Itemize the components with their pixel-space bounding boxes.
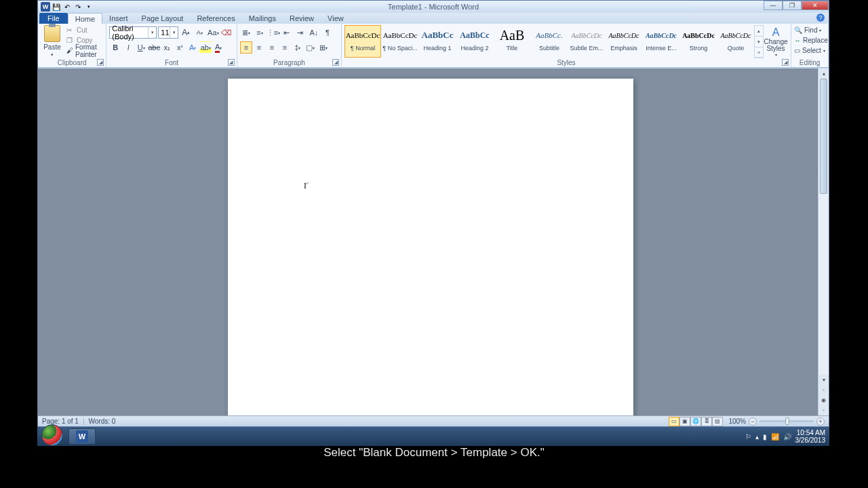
tray-clock[interactable]: 10:54 AM 3/26/2013 [795,429,826,444]
bullets-button[interactable]: ≣▾ [240,26,252,39]
view-draft[interactable]: ▤ [712,417,723,426]
replace-icon: ↔ [794,37,801,44]
zoom-in-button[interactable]: + [816,418,825,426]
tab-mailings[interactable]: Mailings [242,13,283,24]
find-button[interactable]: 🔍Find▾ [794,25,825,35]
style-item[interactable]: AaBbCcDc¶ No Spaci... [382,25,418,58]
style-item[interactable]: AaBbCcHeading 2 [456,25,493,58]
qat-save-icon[interactable]: 💾 [52,2,61,12]
align-center-button[interactable]: ≡ [253,41,265,54]
tab-insert[interactable]: Insert [102,13,135,24]
tray-network-icon[interactable]: 📶 [771,433,779,441]
style-item[interactable]: AaBbCcDcStrong [680,25,717,58]
highlight-button[interactable]: ab▾ [199,41,212,54]
tray-flag-icon[interactable]: ⚐ [745,433,751,441]
multilevel-button[interactable]: ⋮≡▾ [267,26,279,39]
help-icon[interactable]: ? [816,14,825,22]
style-item[interactable]: AaBbCc.Subtitle [531,25,568,58]
taskbar-word[interactable]: W [68,428,96,445]
close-button[interactable]: ✕ [802,1,829,10]
bold-button[interactable]: B [109,41,121,54]
strikethrough-button[interactable]: abc [148,41,160,54]
styles-dialog-launcher[interactable]: ◢ [782,59,789,66]
view-outline[interactable]: ≣ [701,417,712,426]
format-painter-button[interactable]: 🖌Format Painter [66,45,103,56]
scroll-up-icon[interactable]: ▴ [818,68,829,79]
qat-undo-icon[interactable]: ↶ [62,2,72,12]
clipboard-dialog-launcher[interactable]: ◢ [97,59,104,66]
view-web[interactable]: 🌐 [690,417,701,426]
page-status[interactable]: Page: 1 of 1 [42,418,79,425]
qat-redo-icon[interactable]: ↷ [73,2,83,12]
title-bar: W 💾 ↶ ↷ ▾ Template1 - Microsoft Word — ❐… [38,1,829,13]
underline-button[interactable]: U▾ [135,41,147,54]
scroll-thumb[interactable] [820,79,827,194]
cut-button[interactable]: ✂Cut [66,25,103,35]
grow-font-button[interactable]: A▴ [180,26,192,39]
scissors-icon: ✂ [66,26,75,35]
zoom-level[interactable]: 100% [728,418,746,425]
font-size-combo[interactable]: 11▾ [158,26,178,39]
prev-page-icon[interactable]: ◦ [818,385,829,395]
view-full-screen[interactable]: ▣ [679,417,690,426]
tab-review[interactable]: Review [283,13,321,24]
increase-indent-button[interactable]: ⇥ [294,26,307,39]
decrease-indent-button[interactable]: ⇤ [281,26,293,39]
styles-gallery[interactable]: AaBbCcDc¶ NormalAaBbCcDc¶ No Spaci...AaB… [344,25,754,58]
vertical-scrollbar[interactable]: ▴ ▾ ◦ ◉ ◦ [818,68,829,415]
style-item[interactable]: AaBbCcDcIntense E... [643,25,679,58]
tab-home[interactable]: Home [68,13,102,24]
style-item[interactable]: AaBbCcDc¶ Normal [344,25,381,58]
replace-button[interactable]: ↔Replace [794,35,825,45]
view-print-layout[interactable]: ▭ [669,417,679,426]
tab-view[interactable]: View [321,13,351,24]
line-spacing-button[interactable]: ‡▾ [292,41,304,54]
group-clipboard: Paste ▾ ✂Cut ❐Copy 🖌Format Painter Clipb… [38,24,106,67]
tab-file[interactable]: File [39,13,68,24]
scroll-down-icon[interactable]: ▾ [818,375,829,385]
borders-button[interactable]: ⊞▾ [317,41,330,54]
style-item[interactable]: AaBbCcDcEmphasis [606,25,642,58]
select-button[interactable]: ▭Select▾ [794,45,825,56]
style-item[interactable]: AaBbCcHeading 1 [419,25,456,58]
minimize-button[interactable]: — [764,1,783,10]
word-icon: W [41,2,50,12]
font-dialog-launcher[interactable]: ◢ [228,59,235,66]
font-color-button[interactable]: A▾ [212,41,224,54]
align-left-button[interactable]: ≡ [240,41,252,54]
style-item[interactable]: AaBTitle [494,25,530,58]
styles-gallery-more[interactable]: ▴▾≡ [754,25,764,58]
subscript-button[interactable]: x₂ [161,41,173,54]
tray-volume-icon[interactable]: 🔊 [783,433,791,441]
numbering-button[interactable]: ≡▾ [254,26,266,39]
qat-customize-icon[interactable]: ▾ [84,2,94,12]
shrink-font-button[interactable]: A▾ [193,26,205,39]
align-right-button[interactable]: ≡ [266,41,278,54]
tray-battery-icon[interactable]: ▮ [763,433,767,441]
tray-up-icon[interactable]: ▴ [755,433,759,441]
clear-formatting-button[interactable]: ⌫ [220,26,233,39]
text-effects-button[interactable]: A▾ [186,41,199,54]
tab-references[interactable]: References [190,13,241,24]
font-name-combo[interactable]: Calibri (Body)▾ [109,26,157,39]
word-count[interactable]: Words: 0 [89,418,116,425]
style-item[interactable]: AaBbCcDcQuote [717,25,754,58]
sort-button[interactable]: A↓ [308,26,320,39]
document-page[interactable]: I▫ [228,79,633,415]
style-item[interactable]: AaBbCcDcSubtle Em... [568,25,605,58]
next-page-icon[interactable]: ◦ [818,405,829,415]
paragraph-dialog-launcher[interactable]: ◢ [332,59,339,66]
browse-object-icon[interactable]: ◉ [818,395,829,405]
change-case-button[interactable]: Aa▾ [207,26,219,39]
paste-button[interactable]: Paste ▾ [41,25,64,58]
shading-button[interactable]: ▢▾ [304,41,317,54]
zoom-out-button[interactable]: − [749,418,757,426]
superscript-button[interactable]: x² [174,41,186,54]
zoom-slider[interactable] [760,420,814,422]
maximize-button[interactable]: ❐ [783,1,802,10]
show-marks-button[interactable]: ¶ [321,26,334,39]
start-button[interactable] [41,424,63,446]
justify-button[interactable]: ≡ [279,41,291,54]
tab-page-layout[interactable]: Page Layout [135,13,191,24]
italic-button[interactable]: I [122,41,134,54]
